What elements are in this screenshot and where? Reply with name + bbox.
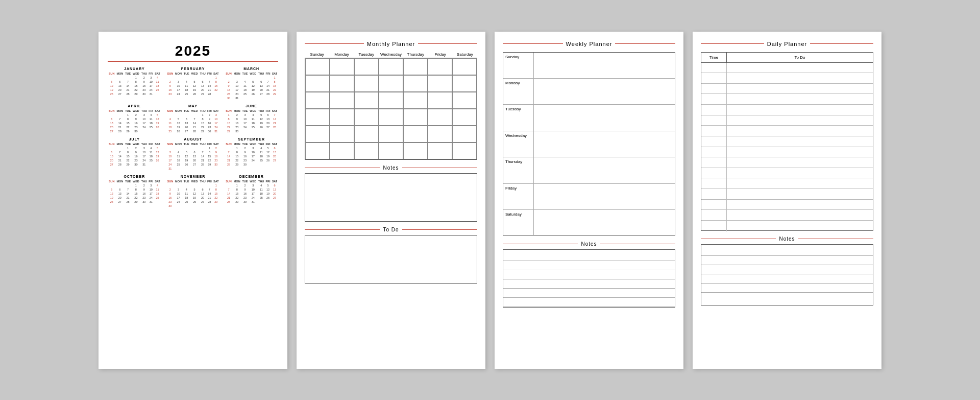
monthly-cell[interactable] (403, 109, 428, 126)
daily-row (701, 168, 873, 179)
monthly-cell[interactable] (379, 92, 403, 109)
daily-note-line (701, 247, 873, 256)
calendar-grid: JANUARYSUNMONTUEWEDTHUFRISAT123456789101… (108, 67, 278, 208)
daily-content-cell[interactable] (727, 115, 873, 126)
monthly-cell[interactable] (354, 109, 379, 126)
monthly-todo-box[interactable] (305, 235, 477, 284)
monthly-cell[interactable] (354, 75, 379, 92)
daily-content-cell[interactable] (727, 105, 873, 115)
monthly-cell[interactable] (428, 58, 452, 75)
monthly-cell[interactable] (379, 75, 403, 92)
daily-content-cell[interactable] (727, 178, 873, 189)
weekly-day-label: Wednesday (503, 131, 534, 157)
monthly-cell[interactable] (428, 75, 452, 92)
weekly-notes-label: Notes (503, 241, 675, 247)
monthly-todo-label: To Do (305, 227, 477, 232)
daily-row (701, 147, 873, 158)
calendar-month: FEBRUARYSUNMONTUEWEDTHUFRISAT12345678910… (166, 67, 220, 100)
monthly-cell[interactable] (452, 109, 477, 126)
weekly-day-row: Thursday (503, 157, 675, 183)
monthly-cell[interactable] (403, 126, 428, 143)
weekly-day-label: Sunday (503, 53, 534, 78)
monthly-cell[interactable] (379, 58, 403, 75)
monthly-cell[interactable] (330, 109, 354, 126)
monthly-cell[interactable] (379, 126, 403, 143)
daily-time-cell (701, 189, 727, 199)
calendar-month: APRILSUNMONTUEWEDTHUFRISAT12345678910111… (108, 104, 161, 133)
daily-time-cell (701, 63, 727, 73)
daily-row (701, 136, 873, 147)
monthly-cell[interactable] (379, 143, 403, 159)
monthly-cell[interactable] (305, 58, 330, 75)
daily-content-cell[interactable] (727, 136, 873, 147)
monthly-cell[interactable] (452, 58, 477, 75)
monthly-cell[interactable] (330, 126, 354, 143)
daily-time-cell (701, 147, 727, 157)
weekly-day-content[interactable] (534, 131, 675, 157)
monthly-day-header: Tuesday (354, 52, 379, 57)
daily-content-cell[interactable] (727, 189, 873, 199)
daily-content-cell[interactable] (727, 221, 873, 231)
monthly-cell[interactable] (305, 126, 330, 143)
monthly-cell[interactable] (354, 92, 379, 109)
daily-row (701, 178, 873, 189)
daily-time-cell (701, 126, 727, 136)
monthly-cell[interactable] (428, 143, 452, 159)
daily-content-cell[interactable] (727, 200, 873, 210)
monthly-cell[interactable] (305, 75, 330, 92)
monthly-cell[interactable] (379, 109, 403, 126)
monthly-notes-box[interactable] (305, 173, 477, 222)
weekly-note-line (503, 261, 675, 270)
monthly-cell[interactable] (305, 143, 330, 159)
monthly-cell[interactable] (354, 58, 379, 75)
monthly-cell[interactable] (330, 92, 354, 109)
monthly-cell[interactable] (330, 75, 354, 92)
daily-content-cell[interactable] (727, 84, 873, 94)
monthly-planner-title: Monthly Planner (367, 41, 415, 47)
weekly-day-row: Sunday (503, 53, 675, 79)
monthly-cell[interactable] (452, 126, 477, 143)
daily-rows (701, 63, 873, 231)
monthly-cell[interactable] (452, 92, 477, 109)
monthly-cell[interactable] (428, 92, 452, 109)
weekly-day-content[interactable] (534, 105, 675, 130)
calendar-month: AUGUSTSUNMONTUEWEDTHUFRISAT1234567891011… (166, 137, 220, 171)
daily-notes-box[interactable] (701, 244, 873, 305)
monthly-cell[interactable] (354, 143, 379, 159)
weekly-day-content[interactable] (534, 157, 675, 183)
weekly-day-content[interactable] (534, 184, 675, 209)
daily-content-cell[interactable] (727, 147, 873, 157)
daily-row (701, 200, 873, 210)
monthly-day-header: Wednesday (379, 52, 403, 57)
monthly-cell[interactable] (428, 109, 452, 126)
daily-content-cell[interactable] (727, 94, 873, 104)
monthly-cell[interactable] (452, 143, 477, 159)
daily-content-cell[interactable] (727, 73, 873, 83)
daily-content-cell[interactable] (727, 210, 873, 220)
monthly-cell[interactable] (403, 75, 428, 92)
monthly-notes-label: Notes (305, 165, 477, 171)
daily-row (701, 115, 873, 126)
weekly-day-content[interactable] (534, 53, 675, 78)
daily-planner-header: Daily Planner (701, 41, 873, 47)
monthly-cell[interactable] (305, 109, 330, 126)
monthly-cell[interactable] (354, 126, 379, 143)
monthly-cell[interactable] (305, 92, 330, 109)
monthly-cell[interactable] (330, 143, 354, 159)
weekly-day-content[interactable] (534, 79, 675, 104)
monthly-cell[interactable] (403, 92, 428, 109)
daily-content-cell[interactable] (727, 157, 873, 168)
monthly-cell[interactable] (403, 143, 428, 159)
daily-note-line (701, 265, 873, 274)
calendar-month: NOVEMBERSUNMONTUEWEDTHUFRISAT12345678910… (166, 175, 220, 208)
monthly-cell[interactable] (403, 58, 428, 75)
weekly-note-line (503, 279, 675, 289)
monthly-cell[interactable] (452, 75, 477, 92)
weekly-day-content[interactable] (534, 210, 675, 236)
daily-content-cell[interactable] (727, 63, 873, 73)
daily-content-cell[interactable] (727, 126, 873, 136)
daily-content-cell[interactable] (727, 168, 873, 178)
monthly-header-line-right (418, 43, 477, 44)
monthly-cell[interactable] (428, 126, 452, 143)
monthly-cell[interactable] (330, 58, 354, 75)
